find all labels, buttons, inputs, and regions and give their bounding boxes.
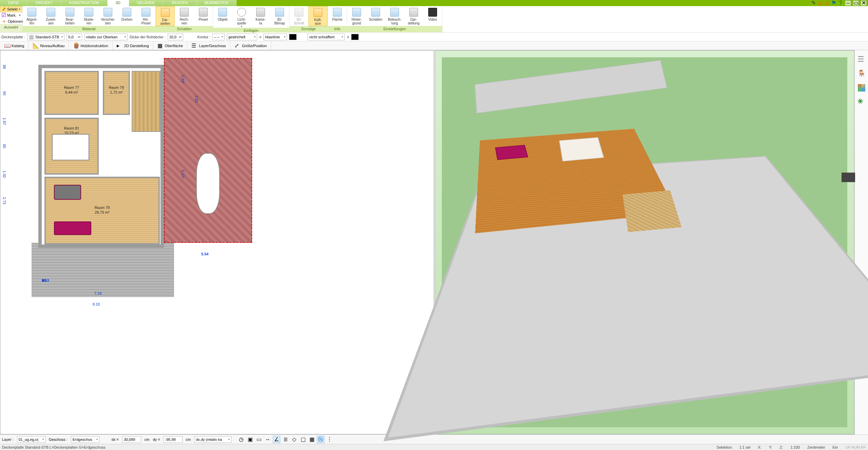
menu-tab-projekt[interactable]: PROJEKT bbox=[27, 0, 61, 6]
linestyle-combo[interactable]: gestrichelt▾ bbox=[227, 34, 257, 40]
snap-square-icon[interactable]: ▢ bbox=[299, 436, 307, 443]
selected-slab[interactable] bbox=[164, 58, 252, 243]
panel-tab-katalog[interactable]: 📖Katalog bbox=[0, 41, 29, 50]
ribbon-btn-objekt[interactable]: Objekt bbox=[213, 6, 232, 28]
status-z: Z: bbox=[780, 445, 783, 449]
dim-drive-2: 3,90 bbox=[194, 95, 199, 102]
snap-time-icon[interactable]: ◷ bbox=[238, 436, 245, 443]
ribbon: ⬈Selekt▾ ☑Mark.▾ ＋Optionen Auswahl Abgre… bbox=[0, 6, 868, 33]
ribbon-btn-kolli-sion[interactable]: Kolli- sion bbox=[308, 6, 327, 26]
window-minimize[interactable]: – bbox=[845, 0, 851, 6]
snap-north-icon[interactable]: Ⓝ bbox=[317, 436, 324, 443]
dx-unit: cm bbox=[145, 437, 150, 442]
snap-more-icon[interactable]: ⋮ bbox=[326, 436, 333, 443]
panel-tab-niveau[interactable]: 📐Niveau/Aufbau bbox=[29, 41, 69, 50]
menu-tab-sichten[interactable]: SICHTEN bbox=[163, 0, 196, 6]
layers-icon[interactable]: ☰ bbox=[857, 56, 866, 64]
snap-plane-icon[interactable]: ◇ bbox=[290, 436, 298, 443]
geschoss-label: Geschoss : bbox=[49, 437, 68, 442]
panel-tab-layer[interactable]: ☰Layer/Geschoss bbox=[187, 41, 230, 50]
ribbon-btn-3d-bitmap[interactable]: 3D- Bitmap bbox=[270, 6, 289, 28]
line-color-swatch[interactable] bbox=[289, 34, 297, 40]
layer-combo[interactable]: 01_ug,eg,o(▾ bbox=[17, 436, 45, 443]
layer-icon: ☰ bbox=[191, 43, 197, 48]
snap-sel-icon[interactable]: ▭ bbox=[255, 436, 263, 443]
box1-icon[interactable]: ▤ bbox=[817, 0, 823, 6]
side-panel-handle[interactable] bbox=[842, 173, 855, 182]
coord-mode-combo[interactable]: dx,dy (relativ ka▾ bbox=[194, 436, 231, 443]
ribbon-btn-hin.pinsel[interactable]: Hin. Pinsel bbox=[136, 6, 155, 26]
ribbon-btn-dar-stellung[interactable]: Dar- stellung bbox=[404, 6, 423, 26]
ribbon-btn-rech-nen[interactable]: Rech- nen bbox=[175, 6, 194, 26]
layer-label: Layer : bbox=[2, 437, 14, 442]
menu-tab-bearbeiten[interactable]: BEARBEITEN bbox=[196, 0, 237, 6]
ribbon-btn-hinter-grund[interactable]: Hinter- grund bbox=[347, 6, 366, 26]
ribbon-btn-abgrei-fen[interactable]: Abgrei- fen bbox=[22, 6, 41, 26]
panel-tab-holz[interactable]: 🪵Holzkonstruktion bbox=[69, 41, 112, 50]
ribbon-btn-pinsel[interactable]: Pinsel bbox=[194, 6, 213, 26]
help-icon[interactable]: ? bbox=[838, 0, 843, 6]
material-combo[interactable]: ▦Standard-STB▾ bbox=[27, 34, 64, 40]
ribbon-btn-video[interactable]: Video bbox=[423, 6, 442, 26]
ribbon-btn-schatten[interactable]: Schatten bbox=[366, 6, 385, 26]
dx-input[interactable]: 30,089 bbox=[122, 436, 141, 443]
hatch-color-swatch[interactable] bbox=[351, 34, 359, 40]
ribbon-caption-schatten: Schatten bbox=[156, 26, 213, 32]
aux-select[interactable]: ⬈Selekt▾ bbox=[0, 6, 22, 12]
dim-drive-1: 2,94⁵ bbox=[181, 75, 185, 83]
terrace-area bbox=[32, 243, 174, 297]
furniture-icon[interactable]: 🪑 bbox=[857, 70, 866, 78]
kontur-preview[interactable]: – –▾ bbox=[212, 34, 225, 40]
ribbon-btn-kame-ra[interactable]: Kame- ra bbox=[251, 6, 270, 28]
ribbon-btn-bear-beiten[interactable]: Bear- beiten bbox=[60, 6, 79, 26]
palette-icon[interactable] bbox=[858, 84, 865, 92]
thkraw-input[interactable]: 10,0▴▾ bbox=[168, 34, 183, 40]
snap-grid-icon[interactable]: ▦ bbox=[308, 436, 316, 443]
panel-tab-groesse[interactable]: ⤢Größe/Position bbox=[230, 41, 271, 50]
flag-icon[interactable]: ⚑ bbox=[831, 0, 836, 6]
ribbon-btn-fläche[interactable]: Fläche bbox=[328, 6, 347, 26]
ribbon-btn-dar-stellen[interactable]: Dar- stellen bbox=[156, 6, 175, 26]
menu-tab-3d[interactable]: 3D bbox=[108, 0, 129, 6]
titlebar-tool-icons: ✎ ▤ ▥ ⚑ ? – ▭ ✕ bbox=[809, 0, 868, 6]
ribbon-btn-zuwei-sen[interactable]: Zuwei- sen bbox=[41, 6, 60, 26]
rel-combo[interactable]: relativ zur Oberkan▾ bbox=[84, 34, 128, 40]
snap-angle-icon[interactable]: ∠ bbox=[273, 436, 280, 443]
panel-tab-oberf[interactable]: ▦Oberfläche bbox=[153, 41, 188, 50]
ribbon-btn-beleuch-tung[interactable]: Beleuch- tung bbox=[385, 6, 404, 26]
status-selektion-v: 1:1 sel bbox=[739, 445, 750, 449]
snap-axis-icon[interactable]: ↔ bbox=[264, 436, 271, 443]
hatch-combo[interactable]: nicht schraffiert▾ bbox=[307, 34, 345, 40]
snap-cam-icon[interactable]: ▣ bbox=[246, 436, 254, 443]
ribbon-caption-einstellungen: Einstellungen bbox=[347, 26, 442, 32]
ribbon-btn-skalie-ren[interactable]: Skalie- ren bbox=[79, 6, 98, 26]
geschoss-combo[interactable]: Erdgeschos▾ bbox=[71, 436, 99, 443]
groesse-icon: ⤢ bbox=[234, 43, 240, 48]
panel-tab-2ddar[interactable]: ▸2D Darstellung bbox=[113, 41, 153, 50]
window-maximize[interactable]: ▭ bbox=[853, 0, 859, 6]
snap-layers-icon[interactable]: ≣ bbox=[282, 436, 289, 443]
dim-selected-width: 5.54 bbox=[201, 252, 208, 256]
ribbon-btn-drehen[interactable]: Drehen bbox=[117, 6, 136, 26]
aux-mark[interactable]: ☑Mark.▾ bbox=[0, 12, 22, 18]
katalog-icon: 📖 bbox=[4, 43, 10, 48]
ribbon-btn-3d-schnitt: 3D- Schnitt bbox=[289, 6, 308, 26]
tree-icon[interactable]: ❀ bbox=[857, 98, 866, 106]
view-3d[interactable] bbox=[435, 50, 854, 434]
aux-options[interactable]: ＋Optionen bbox=[0, 18, 22, 24]
dy-input[interactable]: -95,98 bbox=[164, 436, 183, 443]
window-close[interactable]: ✕ bbox=[861, 0, 867, 6]
menu-tab-gelände[interactable]: GELÄNDE bbox=[129, 0, 164, 6]
box2-icon[interactable]: ▥ bbox=[824, 0, 830, 6]
view-2d[interactable]: Raum 776,44 m² Raum 791,72 m² Raum 8110,… bbox=[0, 50, 434, 434]
wand-icon[interactable]: ✎ bbox=[811, 0, 816, 6]
hairline-combo[interactable]: Haarlinie▾ bbox=[263, 34, 287, 40]
thickness-input[interactable]: 5,0▴▾ bbox=[67, 34, 82, 40]
thkraw-label: Dicke der Rohdecke : bbox=[130, 35, 165, 39]
dim-drive-6: 5,12⁵ bbox=[181, 170, 185, 178]
ribbon-btn-verschie-ben[interactable]: Verschie- ben bbox=[98, 6, 117, 26]
ribbon-btn-licht-quelle[interactable]: Licht- quelle▾ bbox=[232, 6, 251, 28]
dy-unit: cm bbox=[186, 437, 191, 442]
menu-tab-datei[interactable]: DATEI bbox=[0, 0, 27, 6]
menu-tab-konstruktion[interactable]: KONSTRUKTION bbox=[61, 0, 107, 6]
